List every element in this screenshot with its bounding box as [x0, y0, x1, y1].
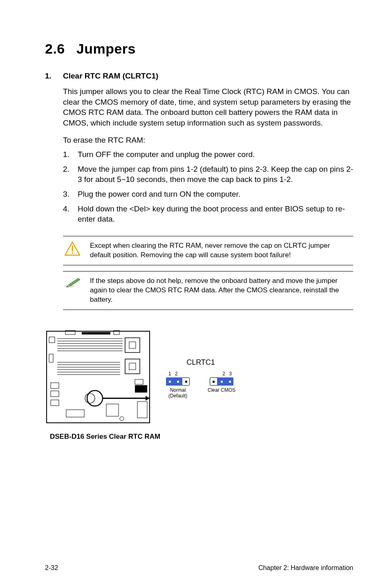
warning-triangle-icon	[63, 241, 82, 256]
jumper-body-normal	[166, 377, 190, 386]
jumper-body-clear	[210, 377, 233, 386]
page-heading: 2.6Jumpers	[45, 41, 353, 57]
section-paragraph-1: This jumper allows you to clear the Real…	[63, 86, 353, 128]
svg-rect-17	[125, 338, 140, 352]
svg-rect-35	[137, 402, 147, 418]
heading-title: Jumpers	[76, 41, 136, 56]
ordered-steps: 1. Turn OFF the computer and unplug the …	[63, 149, 353, 229]
label-line: Normal	[170, 387, 186, 393]
svg-point-39	[120, 417, 124, 421]
figure-clear-rtc: CLRTC1 1 2 Normal (Default)	[45, 330, 353, 428]
step-number: 1.	[63, 149, 78, 160]
step-text: Turn OFF the computer and unplug the pow…	[78, 149, 353, 160]
jumper-cap	[217, 377, 233, 386]
pin-label-normal: 1 2	[166, 371, 179, 377]
page-footer: 2-32 Chapter 2: Hardware information	[45, 556, 353, 572]
list-item: 2. Move the jumper cap from pins 1-2 (de…	[63, 164, 353, 185]
footer-chapter: Chapter 2: Hardware information	[258, 564, 353, 572]
figure-caption: DSEB-D16 Series Clear RTC RAM	[50, 433, 353, 441]
jumper-normal-label: Normal (Default)	[168, 387, 187, 399]
svg-rect-30	[51, 391, 59, 397]
pin-icon	[185, 381, 187, 383]
motherboard-diagram	[45, 330, 151, 428]
pin-label-clear: 2 3	[222, 371, 235, 377]
jumper-header-label: CLRTC1	[186, 358, 215, 367]
svg-rect-18	[129, 342, 136, 348]
list-item: 4. Hold down the <Del> key during the bo…	[63, 204, 353, 224]
svg-rect-9	[82, 332, 110, 334]
step-text: Move the jumper cap from pins 1-2 (defau…	[78, 164, 353, 185]
jumper-clear: 2 3 Clear CMOS	[208, 371, 235, 393]
svg-rect-38	[135, 385, 147, 393]
heading-number: 2.6	[45, 41, 65, 57]
jumper-normal: 1 2 Normal (Default)	[166, 371, 190, 399]
svg-marker-41	[146, 396, 150, 401]
list-item: 3. Plug the power cord and turn ON the c…	[63, 189, 353, 200]
jumper-cap	[166, 377, 182, 386]
info-note: If the steps above do not help, remove t…	[63, 271, 353, 310]
info-text: If the steps above do not help, remove t…	[90, 276, 351, 305]
svg-rect-28	[49, 354, 53, 362]
pencil-icon	[63, 276, 82, 289]
footer-page-number: 2-32	[45, 564, 58, 572]
svg-rect-29	[51, 383, 59, 388]
pin-icon	[221, 381, 223, 383]
step-number: 4.	[63, 204, 78, 224]
pin-icon	[177, 381, 179, 383]
warning-text: Except when clearing the RTC RAM, never …	[90, 241, 351, 260]
svg-rect-36	[66, 410, 84, 417]
svg-rect-31	[51, 400, 59, 406]
step-number: 2.	[63, 164, 78, 185]
step-text: Hold down the <Del> key during the boot …	[78, 204, 353, 224]
section-index: 1.	[45, 72, 63, 81]
svg-rect-37	[135, 379, 143, 384]
svg-point-2	[72, 252, 73, 254]
section-title: Clear RTC RAM (CLRTC1)	[63, 72, 158, 81]
svg-rect-20	[129, 363, 136, 370]
warning-note: Except when clearing the RTC RAM, never …	[63, 236, 353, 265]
svg-rect-7	[47, 331, 150, 423]
svg-rect-34	[106, 404, 119, 416]
pin-icon	[169, 381, 171, 383]
label-line: (Default)	[168, 393, 187, 399]
jumper-clear-label: Clear CMOS	[208, 387, 235, 393]
step-text: Plug the power cord and turn ON the comp…	[78, 189, 353, 200]
section-1-header: 1. Clear RTC RAM (CLRTC1)	[45, 72, 353, 81]
section-paragraph-2: To erase the RTC RAM:	[63, 135, 353, 146]
pin-icon	[229, 381, 231, 383]
list-item: 1. Turn OFF the computer and unplug the …	[63, 149, 353, 160]
step-number: 3.	[63, 189, 78, 200]
svg-rect-27	[49, 337, 55, 343]
pin-icon	[213, 381, 215, 383]
svg-point-32	[85, 393, 95, 403]
jumper-detail: CLRTC1 1 2 Normal (Default)	[166, 358, 235, 399]
svg-rect-19	[125, 359, 140, 374]
